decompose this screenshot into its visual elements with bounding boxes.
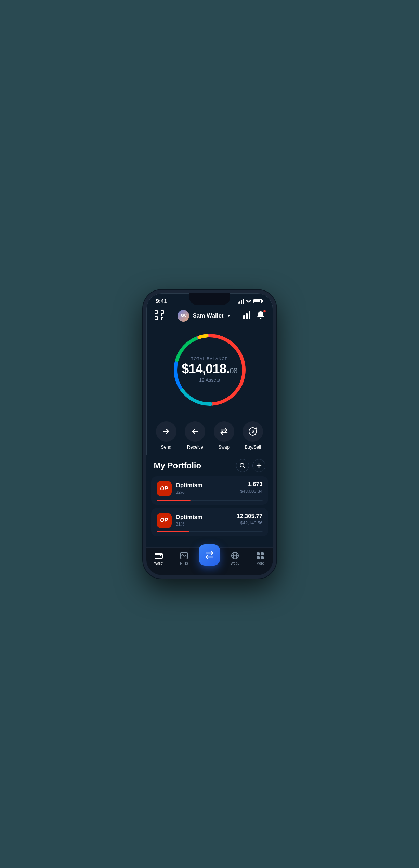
svg-rect-7	[243, 315, 245, 319]
progress-bar-fill-2	[157, 531, 189, 532]
status-time: 9:41	[156, 298, 167, 305]
nav-nfts[interactable]: NFTs	[174, 551, 194, 565]
token-amount-2: 12,305.77	[237, 513, 263, 520]
token-value-1: $43,003.34	[240, 489, 262, 494]
send-label: Send	[161, 444, 171, 450]
send-icon	[156, 421, 176, 442]
balance-whole: $14,018.	[182, 362, 230, 376]
portfolio-item-top-2: OP Optimism 31% 12,305.77 $42,149.56	[157, 513, 263, 528]
receive-label: Receive	[187, 444, 203, 450]
balance-amount: $14,018.08	[182, 362, 237, 376]
chevron-down-icon: ▾	[228, 313, 230, 318]
svg-rect-2	[155, 317, 158, 320]
portfolio-item-right-2: 12,305.77 $42,149.56	[237, 513, 263, 526]
svg-rect-0	[155, 311, 158, 313]
balance-section: TOTAL BALANCE $14,018.08 12 Assets	[146, 325, 273, 416]
portfolio-actions	[236, 459, 265, 472]
svg-rect-28	[155, 553, 162, 559]
nav-more-label: More	[256, 561, 264, 565]
portfolio-item-left-2: OP Optimism 31%	[157, 513, 202, 528]
buysell-button[interactable]: $ Buy/Sell	[241, 421, 265, 450]
svg-rect-37	[261, 552, 264, 555]
progress-bar-fill-1	[157, 500, 191, 501]
svg-rect-1	[161, 311, 164, 313]
portfolio-item-top: OP Optimism 32% 1.673 $43,003.34	[157, 481, 263, 496]
portfolio-section: My Portfolio	[146, 455, 273, 547]
avatar: SW	[178, 310, 189, 322]
token-percent-1: 32%	[176, 490, 202, 495]
account-selector[interactable]: SW Sam Wallet ▾	[178, 310, 230, 322]
phone-frame: 9:41	[143, 290, 276, 579]
notification-badge	[263, 310, 266, 313]
token-logo-op2: OP	[157, 513, 172, 528]
portfolio-item-right-1: 1.673 $43,003.34	[240, 481, 262, 494]
nav-nfts-label: NFTs	[180, 561, 188, 565]
token-amount-1: 1.673	[240, 481, 262, 488]
action-buttons: Send Receive Swap	[146, 416, 273, 455]
portfolio-item-2[interactable]: OP Optimism 31% 12,305.77 $42,149.56	[151, 508, 268, 536]
balance-info: TOTAL BALANCE $14,018.08 12 Assets	[182, 357, 237, 383]
chart-button[interactable]	[243, 311, 251, 321]
buysell-icon: $	[243, 421, 263, 442]
nav-fab-button[interactable]	[199, 544, 220, 566]
portfolio-header: My Portfolio	[146, 455, 273, 476]
scan-button[interactable]	[154, 310, 165, 322]
status-icons	[238, 299, 263, 304]
header-right-actions	[243, 311, 265, 321]
web3-icon	[231, 551, 239, 560]
svg-rect-9	[249, 311, 250, 319]
swap-label: Swap	[218, 444, 230, 450]
token-info-2: Optimism 31%	[176, 514, 202, 527]
nav-web3-label: Web3	[231, 561, 239, 565]
portfolio-item-left: OP Optimism 32%	[157, 481, 202, 496]
receive-button[interactable]: Receive	[183, 421, 207, 450]
assets-count: 12 Assets	[182, 377, 237, 383]
notch	[189, 293, 230, 305]
token-logo-op1: OP	[157, 481, 172, 496]
svg-text:$: $	[252, 429, 254, 434]
token-percent-2: 31%	[176, 521, 202, 527]
receive-icon	[185, 421, 205, 442]
fab-swap-icon	[205, 550, 214, 560]
swap-icon	[214, 421, 234, 442]
token-name-2: Optimism	[176, 514, 202, 521]
buysell-label: Buy/Sell	[245, 444, 261, 450]
svg-rect-8	[246, 313, 248, 319]
svg-line-25	[243, 466, 245, 468]
token-info-1: Optimism 32%	[176, 482, 202, 495]
svg-rect-36	[257, 552, 260, 555]
nav-more[interactable]: More	[250, 551, 271, 565]
portfolio-search-button[interactable]	[236, 459, 249, 472]
token-value-2: $42,149.56	[237, 520, 263, 526]
balance-cents: 08	[230, 366, 237, 375]
app-header: SW Sam Wallet ▾	[146, 307, 273, 325]
bottom-nav: Wallet NFTs Web3	[146, 547, 273, 575]
more-icon	[256, 551, 265, 560]
portfolio-title: My Portfolio	[154, 461, 201, 470]
notification-button[interactable]	[256, 311, 265, 321]
svg-rect-38	[257, 556, 260, 559]
portfolio-item[interactable]: OP Optimism 32% 1.673 $43,003.34	[151, 476, 268, 505]
nav-web3[interactable]: Web3	[225, 551, 245, 565]
donut-chart: TOTAL BALANCE $14,018.08 12 Assets	[169, 329, 251, 411]
svg-point-30	[182, 554, 183, 555]
nfts-icon	[180, 551, 188, 560]
nav-wallet[interactable]: Wallet	[148, 551, 169, 565]
balance-label: TOTAL BALANCE	[182, 357, 237, 361]
signal-icon	[238, 299, 244, 304]
progress-bar-bg-2	[157, 531, 263, 532]
swap-button[interactable]: Swap	[212, 421, 236, 450]
wifi-icon	[246, 299, 251, 303]
nav-wallet-label: Wallet	[154, 561, 163, 565]
svg-rect-39	[261, 556, 264, 559]
battery-icon	[253, 299, 263, 303]
progress-bar-bg-1	[157, 500, 263, 501]
token-name-1: Optimism	[176, 482, 202, 489]
send-button[interactable]: Send	[154, 421, 178, 450]
portfolio-add-button[interactable]	[252, 459, 265, 472]
portfolio-list: OP Optimism 32% 1.673 $43,003.34	[146, 476, 273, 547]
wallet-icon	[154, 551, 163, 560]
account-name: Sam Wallet	[193, 312, 223, 319]
